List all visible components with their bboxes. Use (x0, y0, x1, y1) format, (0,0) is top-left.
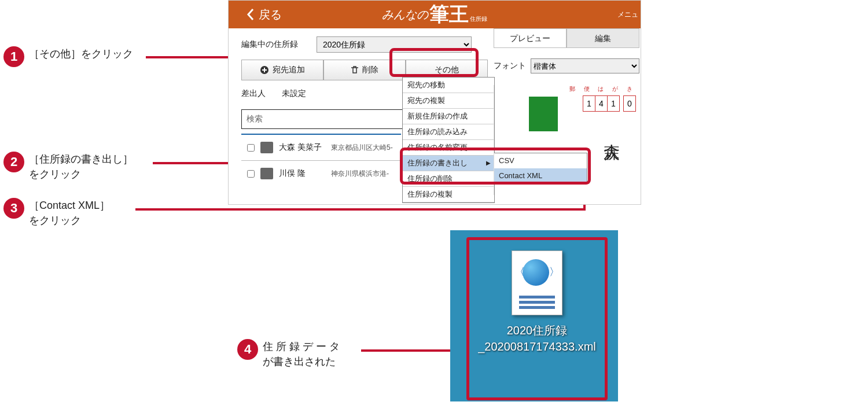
editing-label: 編集中の住所録 (241, 39, 317, 50)
leader-3a (135, 208, 586, 211)
dropdown-item[interactable]: 住所録の名前変更 (403, 140, 494, 156)
zip-boxes: 1410 (583, 95, 636, 112)
list-item[interactable]: 大森 美菜子東京都品川区大崎5- (241, 134, 401, 160)
dropdown-item[interactable]: 宛先の移動 (403, 78, 494, 93)
dropdown-item[interactable]: 宛先の複製 (403, 93, 494, 109)
callout-4-number: 4 (237, 339, 258, 360)
menu-button[interactable]: メニュ (617, 10, 638, 20)
xml-file-icon: 〈 〉 (512, 250, 562, 315)
font-label: フォント (494, 61, 526, 71)
callout-1-text: ［その他］をクリック (29, 46, 133, 61)
delete-button[interactable]: 削除 (323, 60, 406, 80)
addressbook-select[interactable]: 2020住所録 (317, 36, 472, 53)
zip-digit: 1 (607, 95, 620, 112)
row-checkbox[interactable] (247, 144, 255, 152)
row-address: 神奈川県横浜市港- (331, 169, 389, 179)
dropdown-item[interactable]: 住所録の削除 (403, 171, 494, 187)
row-address: 東京都品川区大崎5- (331, 143, 393, 153)
callout-1-number: 1 (3, 46, 24, 67)
chevron-left-icon (246, 8, 255, 21)
zip-digit: 1 (583, 95, 595, 112)
font-row: フォント 楷書体 (494, 58, 639, 73)
back-button[interactable]: 戻る (246, 7, 282, 23)
printer-icon (260, 168, 273, 179)
row-name: 大森 美菜子 (279, 142, 331, 153)
callout-2-text: ［住所録の書き出し］ をクリック (29, 152, 133, 182)
preview-tabs: プレビュー 編集 (494, 28, 639, 48)
app-title: みんなの 筆王 住所録 (382, 1, 487, 28)
sender-value: 未設定 (282, 89, 306, 98)
other-dropdown: 宛先の移動宛先の複製新規住所録の作成住所録の読み込み住所録の名前変更住所録の書き… (402, 77, 495, 203)
search-input[interactable]: 検索 (241, 109, 411, 129)
font-select[interactable]: 楷書体 (531, 58, 639, 73)
row-checkbox[interactable] (247, 170, 255, 178)
dropdown-item[interactable]: 住所録の読み込み (403, 124, 494, 140)
callout-4: 4 住 所 録 デ ー タ が書き出された (237, 339, 340, 369)
leader-4 (361, 349, 464, 352)
callout-3: 3 ［Contact XML］ をクリック (3, 198, 110, 228)
exported-file-name: 2020住所録_20200817174333.xml (469, 322, 605, 355)
app-body: 編集中の住所録 2020住所録 宛先追加 削除 その他 差出人 未設定 (229, 28, 641, 204)
row-name: 川俣 隆 (279, 168, 331, 179)
exported-file[interactable]: 〈 〉 2020住所録_20200817174333.xml (466, 237, 608, 400)
zip-digit: 4 (595, 95, 608, 112)
trash-icon (351, 65, 359, 75)
callout-2: 2 ［住所録の書き出し］ をクリック (3, 152, 133, 182)
callout-2-number: 2 (3, 152, 24, 172)
preview-panel: プレビュー 編集 フォント 楷書体 郵 便 は が き 1410 大森 (494, 28, 639, 195)
titlebar: 戻る みんなの 筆王 住所録 メニュ (229, 1, 641, 28)
zip-digit: 0 (623, 95, 636, 112)
dropdown-item[interactable]: 新規住所録の作成 (403, 109, 494, 124)
callout-4-text: 住 所 録 デ ー タ が書き出された (263, 339, 340, 369)
callout-1: 1 ［その他］をクリック (3, 46, 133, 67)
sender-label: 差出人 (241, 89, 266, 98)
desktop-area: 〈 〉 2020住所録_20200817174333.xml (450, 230, 618, 401)
callout-3-number: 3 (3, 198, 24, 219)
postcard-preview: 郵 便 は が き 1410 大森 (494, 85, 639, 195)
tab-preview[interactable]: プレビュー (494, 28, 567, 48)
stamp-area (529, 97, 558, 131)
postcard-label: 郵 便 は が き (569, 85, 636, 93)
plus-circle-icon (260, 65, 269, 75)
recipient-list: 大森 美菜子東京都品川区大崎5-川俣 隆神奈川県横浜市港- (241, 134, 401, 186)
callout-3-text: ［Contact XML］ をクリック (29, 198, 110, 228)
dropdown-item[interactable]: 住所録の書き出し (403, 156, 494, 171)
printer-icon (260, 142, 273, 153)
app-window: 戻る みんなの 筆王 住所録 メニュ 編集中の住所録 2020住所録 宛先追加 … (228, 0, 641, 205)
add-recipient-button[interactable]: 宛先追加 (241, 60, 323, 80)
dropdown-item[interactable]: 住所録の複製 (403, 187, 494, 202)
tab-edit[interactable]: 編集 (567, 28, 639, 48)
list-item[interactable]: 川俣 隆神奈川県横浜市港- (241, 160, 401, 186)
